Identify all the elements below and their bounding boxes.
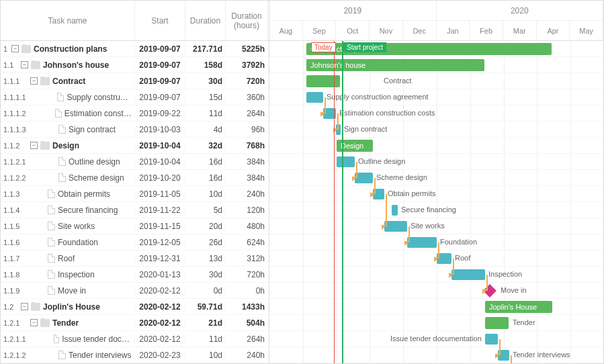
summary-bar[interactable] (485, 317, 509, 329)
cell-dur: 5d (185, 206, 226, 215)
table-row[interactable]: 1−Construction plans2019-09-07217.71d522… (1, 41, 269, 57)
col-header-hours[interactable]: Duration (hours) (226, 1, 268, 40)
table-row[interactable]: 1.2−Joplin's House2020-02-1259.71d1433h (1, 299, 269, 315)
gantt-row[interactable]: Supply construction agreement (269, 89, 603, 105)
cell-start: 2019-10-04 (135, 157, 185, 167)
task-name: Johnson's house (43, 60, 109, 70)
cell-dur: 4d (185, 125, 226, 134)
arrow-icon (404, 240, 408, 246)
table-row[interactable]: 1.2.1.2Tender interviews2020-02-2310d240… (1, 347, 269, 363)
table-row[interactable]: 1.1.2−Design2019-10-0432d768h (1, 138, 269, 154)
gantt-row[interactable]: Design (269, 138, 603, 154)
month-cell: Dec (403, 21, 437, 41)
collapse-toggle[interactable]: − (11, 45, 19, 52)
task-bar[interactable] (392, 205, 398, 216)
table-row[interactable]: 1.2.1−Tender2020-02-1221d504h (1, 315, 269, 331)
cell-start: 2019-09-07 (135, 60, 185, 70)
today-marker (334, 41, 335, 363)
wbs-number: 1.1.3 (3, 190, 28, 198)
gantt-row[interactable]: Issue tender documentation (269, 331, 603, 347)
wbs-number: 1.1.8 (3, 271, 28, 279)
gantt-row[interactable]: Tender interviews (269, 347, 603, 363)
task-name: Roof (58, 254, 75, 263)
gantt-row[interactable]: Scheme design (269, 170, 603, 186)
task-name: Scheme design (69, 173, 124, 183)
table-row[interactable]: 1.1.2.1Outline design2019-10-0416d384h (1, 154, 269, 170)
col-header-name[interactable]: Task name (1, 1, 135, 40)
task-name: Tender interviews (69, 351, 131, 360)
cell-dur: 10d (185, 351, 226, 360)
wbs-number: 1.2.1 (3, 319, 28, 327)
bar-label: Outline design (358, 157, 405, 165)
cell-dur: 158d (185, 60, 226, 70)
wbs-number: 1.2.1.2 (3, 351, 37, 359)
table-row[interactable]: 1.1.3Obtain permits2019-11-0510d240h (1, 186, 269, 202)
cell-start: 2019-11-05 (135, 189, 185, 199)
table-row[interactable]: 1.1−Johnson's house2019-09-07158d3792h (1, 57, 269, 73)
table-row[interactable]: 1.2.1.1Issue tender documentation2020-02… (1, 331, 269, 347)
col-header-duration[interactable]: Duration (185, 1, 226, 40)
cell-dur: 32d (185, 141, 226, 150)
task-bar[interactable] (451, 269, 485, 280)
bar-label: Contract (384, 77, 412, 85)
timeline-panel[interactable]: 20192020 AugSepOctNovDecJanFebMarAprMay … (269, 1, 603, 363)
table-row[interactable]: 1.1.8Inspection2020-01-1330d720h (1, 267, 269, 283)
grid-body: 1−Construction plans2019-09-07217.71d522… (1, 41, 269, 363)
month-cell: Apr (537, 21, 570, 41)
cell-hours: 384h (226, 157, 268, 167)
table-row[interactable]: 1.1.1−Contract2019-09-0730d720h (1, 73, 269, 89)
table-row[interactable]: 1.1.7Roof2019-12-3113d312h (1, 251, 269, 267)
gantt-row[interactable]: Outline design (269, 154, 603, 170)
task-name: Contract (52, 77, 85, 86)
collapse-toggle[interactable]: − (21, 61, 28, 69)
gantt-row[interactable]: Contract (269, 73, 603, 89)
arrow-icon (352, 176, 355, 181)
collapse-toggle[interactable]: − (21, 303, 28, 310)
gantt-row[interactable]: Inspection (269, 267, 603, 283)
gantt-row[interactable]: Obtain permits (269, 186, 603, 202)
gantt-row[interactable]: Tender (269, 315, 603, 331)
cell-start: 2020-02-23 (135, 351, 185, 360)
gantt-row[interactable]: Joplin's House (269, 299, 603, 315)
summary-bar[interactable]: Johnson's house (306, 59, 484, 71)
table-row[interactable]: 1.1.1.3Sign contract2019-10-034d96h (1, 122, 269, 138)
gantt-row[interactable]: Site works (269, 218, 603, 234)
bar-label: Scheme design (376, 173, 427, 181)
task-name: Design (52, 141, 79, 150)
collapse-toggle[interactable]: − (30, 77, 38, 85)
table-row[interactable]: 1.1.1.1Supply construction2019-09-0715d3… (1, 89, 269, 105)
folder-icon (21, 45, 31, 53)
cell-start: 2019-10-03 (135, 125, 185, 134)
table-row[interactable]: 1.1.1.2Estimation construction2019-09-22… (1, 105, 269, 122)
task-bar[interactable] (355, 173, 373, 183)
cell-hours: 384h (226, 173, 268, 183)
cell-hours: 120h (226, 206, 268, 215)
gantt-row[interactable]: Secure financing (269, 202, 603, 218)
table-row[interactable]: 1.1.2.2Scheme design2019-10-2016d384h (1, 170, 269, 186)
table-row[interactable]: 1.1.5Site works2019-11-1520d480h (1, 218, 269, 234)
task-bar[interactable] (384, 221, 407, 232)
table-row[interactable]: 1.1.4Secure financing2019-11-225d120h (1, 202, 269, 218)
collapse-toggle[interactable]: − (30, 319, 38, 326)
document-icon (48, 222, 55, 230)
gantt-body[interactable]: Today Start project Construction plansJo… (269, 41, 603, 363)
task-bar[interactable] (407, 237, 437, 248)
collapse-toggle[interactable]: − (30, 142, 38, 149)
gantt-row[interactable]: Move in (269, 283, 603, 299)
summary-bar[interactable] (306, 75, 340, 87)
arrow-icon (382, 224, 385, 230)
table-row[interactable]: 1.1.6Foundation2019-12-0526d624h (1, 234, 269, 251)
table-row[interactable]: 1.1.9Move in2020-02-120d0h (1, 283, 269, 299)
task-bar[interactable] (337, 156, 355, 167)
gantt-row[interactable]: Sign contract (269, 122, 603, 138)
gantt-row[interactable]: Estimation construction costs (269, 105, 603, 122)
gantt-row[interactable]: Johnson's house (269, 57, 603, 73)
cell-start: 2019-09-22 (135, 109, 185, 118)
task-name: Outline design (69, 157, 120, 167)
col-header-start[interactable]: Start (135, 1, 185, 40)
task-bar[interactable] (306, 92, 323, 103)
bar-label: Obtain permits (388, 189, 436, 197)
bar-label: Estimation construction costs (339, 109, 435, 117)
cell-hours: 264h (226, 334, 268, 344)
summary-bar[interactable]: Joplin's House (485, 301, 552, 313)
